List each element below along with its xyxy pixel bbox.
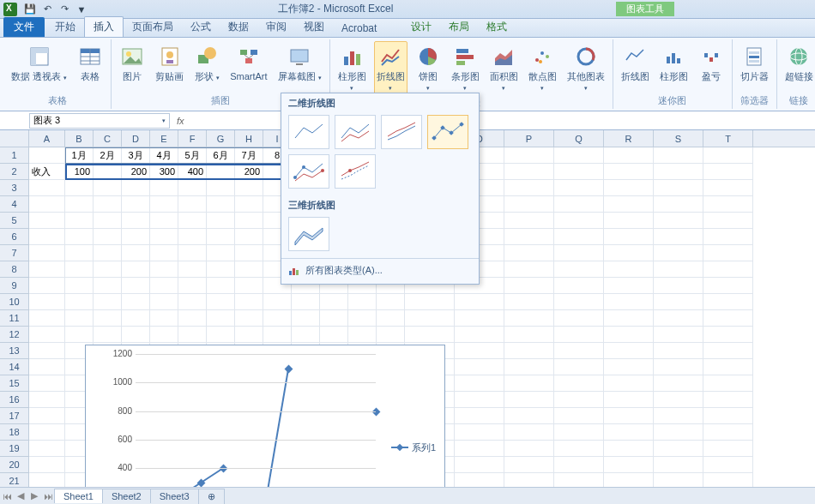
- tab-chart-design[interactable]: 设计: [402, 17, 440, 37]
- line-chart-type-4[interactable]: [427, 115, 468, 149]
- svg-rect-25: [456, 55, 474, 59]
- all-chart-types-item[interactable]: 所有图表类型(A)...: [281, 258, 479, 279]
- select-all-corner[interactable]: [0, 130, 29, 147]
- pivot-table-icon: [27, 44, 52, 69]
- picture-icon: [119, 44, 145, 69]
- scatter-chart-button[interactable]: 散点图▾: [526, 41, 559, 96]
- pie-chart-button[interactable]: 饼图▾: [413, 41, 444, 96]
- svg-rect-34: [677, 58, 680, 63]
- smartart-button[interactable]: SmartArt: [227, 41, 269, 84]
- column-chart-button[interactable]: 柱形图▾: [335, 41, 369, 96]
- group-links-label: 链接: [789, 94, 808, 107]
- clipart-button[interactable]: 剪贴画: [153, 41, 186, 84]
- tab-acrobat[interactable]: Acrobat: [333, 20, 385, 37]
- tab-file[interactable]: 文件: [3, 17, 45, 37]
- tab-page-layout[interactable]: 页面布局: [124, 17, 182, 37]
- svg-rect-40: [749, 56, 759, 58]
- other-chart-label: 其他图表▾: [567, 71, 605, 93]
- line-chart-3d-type-1[interactable]: [288, 217, 329, 251]
- redo-icon[interactable]: ↷: [57, 2, 72, 17]
- group-illustrations-label: 插图: [211, 94, 230, 107]
- sheet-nav-prev-icon[interactable]: ◀: [14, 490, 27, 501]
- area-chart-label: 面积图▾: [490, 71, 518, 93]
- area-chart-button[interactable]: 面积图▾: [487, 41, 521, 96]
- undo-icon[interactable]: ↶: [39, 2, 55, 17]
- shapes-button[interactable]: 形状 ▾: [191, 41, 222, 86]
- all-chart-types-icon: [288, 266, 300, 276]
- bar-chart-button[interactable]: 条形图▾: [449, 41, 482, 96]
- chart-object[interactable]: 020040060080010001200123456789101112 系列1: [85, 345, 445, 504]
- svg-point-27: [535, 58, 539, 62]
- sparkline-column-icon: [661, 44, 686, 69]
- svg-rect-18: [291, 50, 308, 62]
- tab-review[interactable]: 审阅: [257, 17, 295, 37]
- sheet-nav-next-icon[interactable]: ▶: [27, 490, 41, 501]
- slicer-label: 切片器: [740, 71, 769, 81]
- column-chart-label: 柱形图▾: [338, 71, 366, 93]
- smartart-icon: [236, 44, 262, 69]
- svg-point-9: [126, 51, 131, 57]
- tab-insert[interactable]: 插入: [84, 16, 124, 37]
- screenshot-icon: [287, 44, 312, 69]
- tab-view[interactable]: 视图: [295, 17, 333, 37]
- svg-point-60: [321, 169, 324, 172]
- sheet-tab-2[interactable]: Sheet2: [102, 489, 151, 503]
- line-chart-button[interactable]: 折线图▾: [374, 41, 408, 96]
- line-chart-type-1[interactable]: [288, 115, 329, 149]
- table-button[interactable]: 表格: [75, 41, 106, 84]
- sparkline-column-button[interactable]: 柱形图: [657, 41, 691, 84]
- group-filters-label: 筛选器: [740, 94, 769, 107]
- svg-point-29: [546, 55, 549, 58]
- bar-chart-label: 条形图▾: [451, 71, 480, 93]
- bar-chart-icon: [452, 44, 478, 69]
- line-chart-type-2[interactable]: [335, 115, 376, 149]
- tab-data[interactable]: 数据: [220, 17, 257, 37]
- line-chart-icon: [377, 44, 403, 69]
- svg-rect-63: [293, 268, 295, 275]
- svg-rect-15: [240, 50, 247, 55]
- tab-formulas[interactable]: 公式: [182, 17, 220, 37]
- tab-chart-layout[interactable]: 布局: [440, 17, 478, 37]
- chart-legend[interactable]: 系列1: [391, 441, 436, 454]
- ribbon-tabs: 文件 开始 插入 页面布局 公式 数据 审阅 视图 Acrobat 设计 布局 …: [0, 19, 815, 38]
- new-sheet-button[interactable]: ⊕: [198, 489, 225, 504]
- tab-chart-format[interactable]: 格式: [478, 17, 516, 37]
- sheet-nav-last-icon[interactable]: ⏭: [41, 491, 55, 501]
- slicer-button[interactable]: 切片器: [738, 41, 771, 84]
- svg-rect-35: [704, 53, 708, 57]
- pivot-table-button[interactable]: 数据 透视表 ▾: [9, 41, 69, 86]
- scatter-chart-icon: [529, 44, 555, 69]
- sparkline-line-button[interactable]: 折线图: [619, 41, 652, 84]
- sheet-tab-3[interactable]: Sheet3: [150, 489, 199, 503]
- sheet-nav-first-icon[interactable]: ⏮: [0, 491, 14, 501]
- svg-rect-22: [356, 54, 360, 65]
- column-chart-icon: [339, 44, 365, 69]
- picture-button[interactable]: 图片: [117, 41, 148, 84]
- qat-customize-icon[interactable]: ▼: [74, 2, 89, 17]
- other-chart-icon: [573, 44, 599, 69]
- svg-rect-64: [296, 270, 299, 275]
- smartart-label: SmartArt: [230, 71, 267, 81]
- fx-label[interactable]: fx: [177, 116, 184, 126]
- sparkline-winloss-button[interactable]: 盈亏: [696, 41, 727, 84]
- excel-icon: [3, 3, 17, 16]
- hyperlink-button[interactable]: 超链接: [782, 41, 815, 84]
- name-box[interactable]: 图表 3▾: [29, 113, 170, 129]
- screenshot-button[interactable]: 屏幕截图 ▾: [275, 41, 324, 86]
- line-chart-type-6[interactable]: [335, 154, 376, 189]
- line-chart-type-5[interactable]: [288, 154, 329, 189]
- sparkline-winloss-icon: [698, 44, 724, 69]
- svg-point-58: [293, 176, 297, 179]
- pivot-table-label: 数据 透视表 ▾: [11, 71, 67, 83]
- row-headers[interactable]: 12345678910111213141516171819202122: [0, 147, 29, 504]
- clipart-label: 剪贴画: [155, 71, 184, 81]
- tab-home[interactable]: 开始: [46, 17, 84, 37]
- line-chart-type-3[interactable]: [381, 115, 422, 149]
- save-icon[interactable]: 💾: [22, 2, 38, 17]
- plot-area[interactable]: 020040060080010001200123456789101112: [112, 354, 376, 504]
- screenshot-label: 屏幕截图 ▾: [278, 71, 322, 83]
- svg-point-11: [166, 51, 173, 58]
- dropdown-section-2d: 二维折线图: [281, 93, 479, 113]
- other-chart-button[interactable]: 其他图表▾: [564, 41, 607, 96]
- sheet-tab-1[interactable]: Sheet1: [54, 489, 103, 503]
